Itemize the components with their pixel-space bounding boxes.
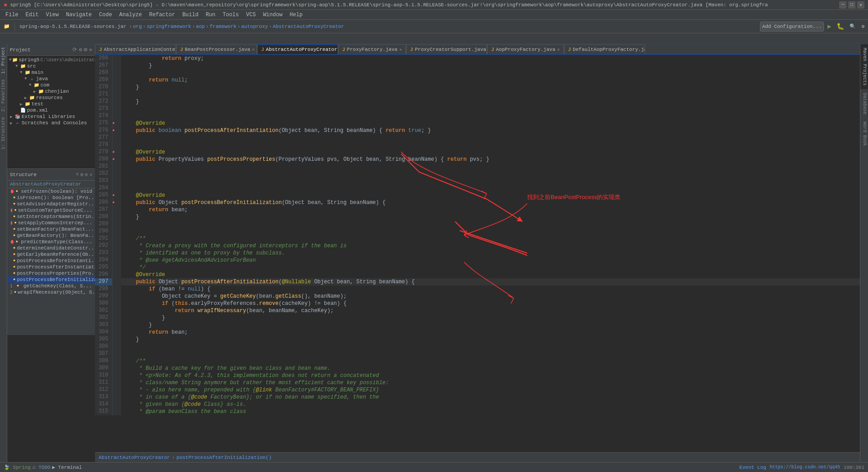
struct-item-0[interactable]: ● setFrozen(boolean): void [7,188,95,195]
code-container[interactable]: 找到之前BeanPostProcess的实现类 266 [95,55,860,452]
tree-item-com[interactable]: ▼ 📁 com [7,82,95,88]
tab-abstract-auto-proxy[interactable]: J AbstractAutoProxyCreator.java ✕ [257,44,338,54]
menu-item-edit[interactable]: Edit [22,11,42,19]
left-tab-project[interactable]: 1: Project [0,44,7,77]
tree-item-external[interactable]: ▶ 📚 External Libraries [7,113,95,120]
line-gutter [112,228,121,235]
line-gutter [112,235,121,242]
add-config-button[interactable]: Add Configuration... [760,22,824,32]
debug-button[interactable]: 🐛 [835,22,846,32]
tab-default-aop-proxy[interactable]: J DefaultAopProxyFactory.java ✕ [564,44,645,54]
code-line: * in case of a {@code FactoryBean}; or i… [121,394,860,401]
right-tab-wordbook[interactable]: Word Book [860,118,868,150]
menu-item-help[interactable]: Help [286,11,306,19]
menu-item-vcs[interactable]: VCS [243,11,260,19]
menu-item-code[interactable]: Code [95,11,116,19]
todo-status[interactable]: ☑ TODO [32,464,50,470]
line-number: 309 [95,365,112,372]
line-number: 315 [95,408,112,415]
struct-item-14[interactable]: ● postProcessBeforeInitializa... [7,277,95,283]
structure-close-icon[interactable]: ✕ [90,172,92,177]
tab-proxy-creator-support[interactable]: J ProxyCreatorSupport.java ✕ [406,44,487,54]
struct-item-7[interactable]: ● getBeanFactory(): BeanFa... [7,232,95,239]
structure-settings-icon[interactable]: ⚙ [85,172,88,177]
tab-abstract-app-context[interactable]: J AbstractApplicationContext.java ✕ [95,44,176,54]
struct-item-1[interactable]: ● isFrozen(): boolean [Pro... [7,195,95,201]
line-gutter [112,141,121,149]
menu-item-navigate[interactable]: Navigate [62,11,95,19]
minimize-button[interactable]: ─ [839,1,846,9]
struct-item-3[interactable]: ● setCustomTargetSourceC... [7,207,95,213]
breadcrumb-path-method[interactable]: postProcessAfterInitialization() [176,455,271,460]
tab-proxy-factory[interactable]: J ProxyFactory.java ✕ [338,44,406,54]
breadcrumb-class[interactable]: AbstractAutoProxyCreator [273,24,344,29]
struct-item-10[interactable]: ● getEarlyBeanReference(Ob... [7,251,95,258]
structure-expand-icon[interactable]: ⊞ [81,172,83,177]
breadcrumb-aop[interactable]: aop [196,24,205,29]
line-gutter [112,372,121,379]
tree-item-spring5[interactable]: ▼ 📁 spring5 C:\Users\Administrator [7,57,95,63]
tab-bean-post-processor[interactable]: J BeanPostProcessor.java ✕ [176,44,257,54]
maximize-button[interactable]: □ [848,1,855,9]
tab-aop-proxy-factory[interactable]: J AopProxyFactory.java ✕ [487,44,564,54]
tree-item-java[interactable]: ▼ ☕ java [7,76,95,82]
code-line: @Override [121,149,860,156]
struct-item-16[interactable]: 2 ● wrapIfNecessary(Object, S... [7,289,95,295]
breadcrumb-framework[interactable]: framework [210,24,236,29]
menu-item-view[interactable]: View [42,11,63,19]
gear-icon[interactable]: ⚙ [79,46,82,53]
terminal-status[interactable]: ▶ Terminal [52,464,82,470]
struct-item-9[interactable]: ● determineCandidateConstr... [7,245,95,251]
breadcrumb-org[interactable]: org [133,24,142,29]
line-gutter [112,379,121,386]
tree-item-chenjian[interactable]: ▶ 📁 chenjian [7,88,95,95]
tree-item-resources[interactable]: ▶ 📁 resources [7,95,95,101]
expand-icon[interactable]: ⊞ [84,46,87,53]
right-tab-database[interactable]: Database [860,89,868,118]
menu-item-file[interactable]: File [2,11,22,19]
breadcrumb-autoproxy[interactable]: autoproxy [241,24,268,29]
line-number: 269 [95,77,112,84]
tree-item-pom[interactable]: ▶ 📄 pom.xml [7,107,95,113]
struct-item-13[interactable]: ● postProcessProperties(Pro... [7,270,95,277]
struct-item-6[interactable]: ● setBeanFactory(BeanFact... [7,226,95,232]
tree-item-main[interactable]: ▼ 📁 main [7,69,95,76]
struct-item-5[interactable]: ● setApplyCommonIntercep... [7,220,95,226]
run-button[interactable]: ▶ [826,22,833,32]
menu-item-analyze[interactable]: Analyze [116,11,145,19]
tree-item-src[interactable]: ▼ 📁 src [7,63,95,69]
structure-panel-header: Structure ≡ ⊞ ⚙ ✕ [7,169,95,181]
struct-item-11[interactable]: ● postProcessBeforeInstanti... [7,258,95,264]
settings-button[interactable]: ⚙ [859,22,866,32]
spring-status[interactable]: 🍃 Spring [4,464,31,470]
left-tab-favorites[interactable]: 2: Favorites [0,77,7,114]
tree-item-scratches[interactable]: ▶ ✏ Scratches and Consoles [7,120,95,126]
tree-item-test[interactable]: ▶ 📁 test [7,101,95,107]
menu-item-refactor[interactable]: Refactor [145,11,179,19]
menu-item-tools[interactable]: Tools [219,11,243,19]
sync-icon[interactable]: ⟳ [72,46,77,53]
menu-item-run[interactable]: Run [202,11,219,19]
line-number: 300 [95,300,112,307]
search-button[interactable]: 🔍 [848,22,858,32]
structure-sort-icon[interactable]: ≡ [76,172,79,177]
left-tab-structure[interactable]: 1: Structure [0,114,7,152]
menu-item-window[interactable]: Window [259,11,286,19]
struct-item-12[interactable]: ● postProcessAfterInstantiati... [7,264,95,270]
line-number: 288 [95,213,112,221]
right-tab-maven[interactable]: Maven Projects [860,44,868,89]
struct-item-15[interactable]: 1 ● getCacheKey(Class, S... [7,283,95,289]
struct-item-8[interactable]: ● predictBeanType(Class... [7,239,95,245]
code-line [121,69,860,77]
breadcrumb-springframework[interactable]: springframework [147,24,191,29]
line-number: 305 [95,336,112,343]
line-gutter [112,286,121,293]
event-log[interactable]: Event Log [739,465,766,470]
close-panel-icon[interactable]: ✕ [89,46,92,53]
breadcrumb-path-class[interactable]: AbstractAutoProxyCreator [99,455,170,460]
line-gutter: ● [112,127,121,134]
close-button[interactable]: ✕ [857,1,864,9]
struct-item-2[interactable]: ● setAdvisorAdapterRegistr... [7,201,95,207]
menu-item-build[interactable]: Build [179,11,202,19]
struct-item-4[interactable]: ● setInterceptorNames(Strin... [7,213,95,220]
